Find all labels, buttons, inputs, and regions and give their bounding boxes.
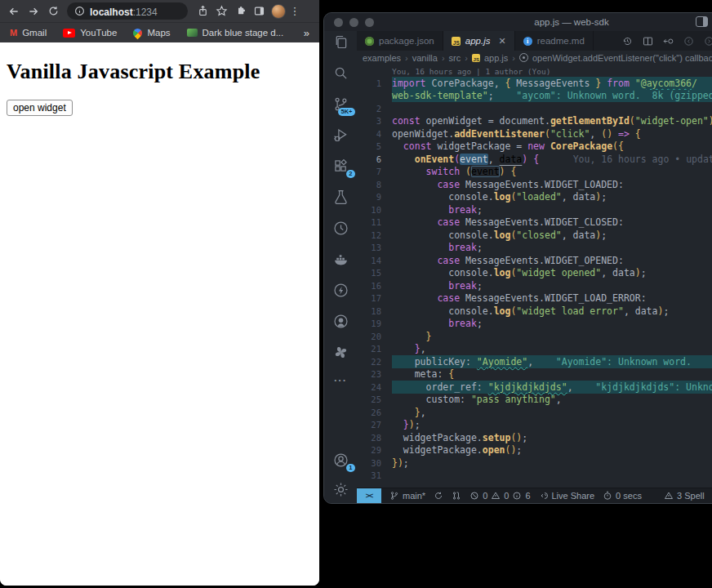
side-panel-icon[interactable] [251, 2, 268, 20]
code-line[interactable]: 14 case MessageEvents.WIDGET_OPENED: [357, 254, 712, 267]
tab-app-js[interactable]: JS app.js ✕ [443, 31, 515, 51]
code-editor[interactable]: You, 16 hours ago | 1 author (You)1impor… [357, 65, 712, 488]
browser-menu-icon[interactable]: ⋮ [289, 5, 300, 17]
code-line[interactable]: 13 break; [357, 242, 712, 255]
code-line[interactable]: 4openWidget.addEventListener("click", ()… [357, 127, 712, 140]
tab-package-json[interactable]: package.json [357, 31, 443, 51]
code-line[interactable]: 15 console.log("widget opened", data); [357, 267, 712, 280]
docker-icon[interactable] [332, 250, 349, 268]
window-title: app.js — web-sdk [534, 17, 608, 27]
code-line[interactable]: 8 case MessageEvents.WIDGET_LOADED: [357, 178, 712, 191]
site-info-icon [74, 6, 85, 16]
code-line[interactable]: You, 16 hours ago | 1 author (You) [357, 65, 712, 77]
open-changes-icon[interactable] [662, 35, 674, 47]
code-line[interactable]: 6 onEvent(event, data) { You, 16 hours a… [357, 153, 712, 166]
run-debug-icon[interactable] [332, 126, 349, 144]
code-line[interactable]: 17 case MessageEvents.WIDGET_LOAD_ERROR: [357, 292, 712, 305]
code-line[interactable]: 30}); [357, 457, 712, 470]
code-line[interactable]: 10 break; [357, 203, 712, 216]
code-line[interactable]: 9 console.log("loaded", data); [357, 191, 712, 204]
code-line[interactable]: 5 const widgetPackage = new CorePackage(… [357, 140, 712, 154]
reload-icon[interactable] [44, 2, 62, 20]
extensions-icon[interactable]: 2 [332, 157, 349, 175]
timeline-icon[interactable] [621, 35, 634, 47]
code-line[interactable]: 26 }, [357, 406, 712, 419]
line-number: 13 [357, 243, 392, 252]
close-tab-icon[interactable]: ✕ [498, 36, 505, 47]
share-icon[interactable] [194, 2, 211, 20]
code-line[interactable]: 27 }); [357, 419, 712, 432]
code-text: You, 16 hours ago | 1 author (You) [392, 65, 712, 77]
code-line[interactable]: 28 widgetPackage.setup(); [357, 431, 712, 444]
code-line[interactable]: 16 break; [357, 279, 712, 292]
problems-status[interactable]: 0 0 6 [469, 491, 530, 501]
customize-layout-icon[interactable] [696, 16, 708, 27]
code-line[interactable]: 1import CorePackage, { MessageEvents } f… [357, 77, 712, 90]
bookmark-youtube[interactable]: YouTube [63, 28, 117, 38]
split-editor-icon[interactable] [642, 35, 654, 47]
code-line[interactable]: 19 break; [357, 318, 712, 331]
remote-indicator[interactable]: >< [357, 488, 381, 503]
sync-icon[interactable] [434, 491, 443, 501]
breadcrumb-item[interactable]: openWidget.addEventListener("click") cal… [532, 53, 712, 63]
bookmarks-overflow-icon[interactable]: » [304, 27, 309, 39]
explorer-icon[interactable] [332, 33, 349, 51]
breadcrumb[interactable]: examples› vanilla› src› JS app.js› openW… [357, 51, 712, 65]
code-line[interactable]: 2 [357, 102, 712, 115]
forward-icon[interactable] [24, 2, 42, 20]
code-line[interactable]: 22 publicKey: "Ayomide", "Ayomide": Unkn… [357, 355, 712, 368]
open-widget-button[interactable]: open widget [7, 100, 73, 116]
extensions-puzzle-icon[interactable] [232, 2, 249, 20]
breadcrumb-item[interactable]: src [449, 53, 461, 63]
code-line[interactable]: 11 case MessageEvents.WIDGET_CLOSED: [357, 216, 712, 229]
bookmark-maps[interactable]: Maps [133, 28, 170, 38]
thunder-client-icon[interactable] [332, 281, 349, 299]
vscode-titlebar[interactable]: app.js — web-sdk [324, 13, 712, 31]
gitlens-icon[interactable] [332, 219, 349, 237]
code-line[interactable]: 23 meta: { [357, 368, 712, 381]
code-line[interactable]: 21 }, [357, 343, 712, 356]
profile-avatar[interactable] [271, 4, 286, 19]
address-bar[interactable]: localhost:1234 [67, 2, 188, 20]
back-icon[interactable] [5, 2, 23, 20]
breadcrumb-item[interactable]: app.js [484, 53, 508, 63]
nav-back-icon[interactable] [683, 35, 695, 47]
git-branch-status[interactable]: main* [389, 491, 425, 501]
maximize-window-icon[interactable] [365, 18, 374, 27]
pinwheel-extension-icon[interactable] [332, 343, 349, 361]
code-line[interactable]: web-sdk-template"; "aycom": Unknown word… [357, 90, 712, 103]
close-window-icon[interactable] [334, 18, 343, 27]
account-icon[interactable]: 1 [332, 451, 349, 469]
source-control-icon[interactable]: 5K+ [332, 95, 349, 113]
code-line[interactable]: 31 [357, 470, 712, 483]
line-number: 21 [357, 344, 392, 354]
more-views-icon[interactable]: ··· [334, 374, 347, 386]
code-line[interactable]: 29 widgetPackage.open(); [357, 444, 712, 457]
testing-beaker-icon[interactable] [332, 188, 349, 206]
code-line[interactable]: 3const openWidget = document.getElementB… [357, 115, 712, 128]
live-share-status[interactable]: Live Share [539, 491, 595, 501]
minimize-window-icon[interactable] [349, 18, 358, 27]
spell-checker-status[interactable]: 3 Spell [664, 491, 705, 501]
breadcrumb-item[interactable]: examples [363, 53, 401, 63]
search-icon[interactable] [332, 64, 349, 82]
pull-request-icon[interactable] [452, 491, 461, 501]
bookmark-gmail[interactable]: MGmail [10, 28, 47, 38]
bookmark-star-icon[interactable] [213, 2, 230, 20]
bookmark-folder[interactable]: Dark blue stage d... [187, 28, 284, 38]
code-line[interactable]: 7 switch (event) { [357, 166, 712, 179]
code-line[interactable]: 20 } [357, 330, 712, 343]
readme-icon: i [523, 37, 532, 46]
github-icon[interactable] [332, 312, 349, 330]
settings-gear-icon[interactable] [332, 480, 349, 498]
code-line[interactable]: 18 console.log("widget load error", data… [357, 305, 712, 318]
timer-status[interactable]: 0 secs [603, 491, 642, 501]
nav-forward-icon[interactable] [703, 35, 712, 47]
code-line[interactable]: 24 order_ref: "kjdjkdjkdjds", "kjdjkdjkd… [357, 381, 712, 394]
desktop: localhost:1234 ⋮ MGmail YouTube Maps Dar… [0, 0, 712, 588]
code-line[interactable]: 25 custom: "pass anything", [357, 394, 712, 407]
code-line[interactable]: 12 console.log("closed", data); [357, 229, 712, 242]
tab-readme-md[interactable]: i readme.md [515, 31, 594, 51]
code-text: } [392, 330, 712, 343]
breadcrumb-item[interactable]: vanilla [412, 53, 438, 63]
